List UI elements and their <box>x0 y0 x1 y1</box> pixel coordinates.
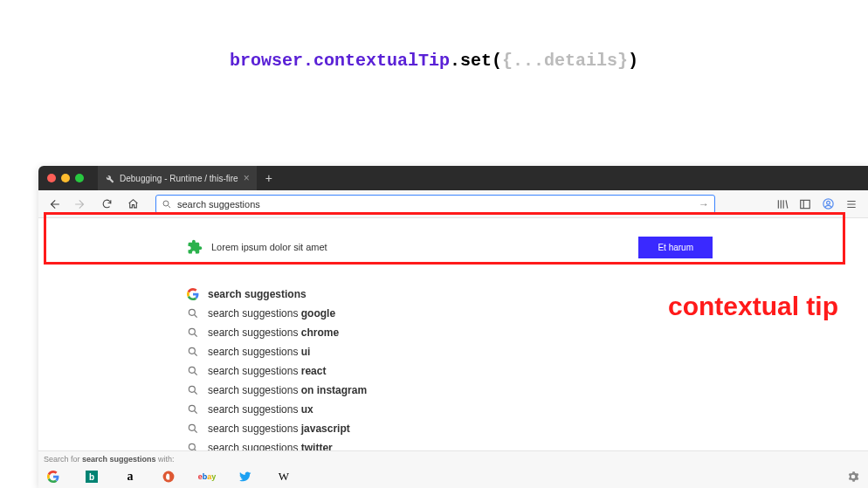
suggestion-item[interactable]: search suggestions chrome <box>187 323 868 342</box>
toolbar-right <box>776 197 861 210</box>
svg-point-11 <box>189 443 195 450</box>
engine-row: baebayW <box>38 467 868 488</box>
arrow-right-icon <box>74 198 86 210</box>
home-button[interactable] <box>124 196 141 213</box>
search-icon <box>187 423 199 435</box>
contextual-tip-text: Lorem ipsum dolor sit amet <box>211 242 327 252</box>
engine-amazon[interactable]: a <box>121 469 140 485</box>
browser-window: Debugging - Runtime / this-fire × + → <box>38 166 868 488</box>
search-icon <box>162 199 172 210</box>
forward-button[interactable] <box>72 196 89 213</box>
footer-hint: Search for search suggestions with: <box>38 451 868 467</box>
svg-point-7 <box>189 367 195 373</box>
code-snippet: browser.contextualTip.set({...details}) <box>0 0 868 71</box>
tab-title: Debugging - Runtime / this-fire <box>120 174 238 183</box>
url-input[interactable] <box>177 199 693 210</box>
search-icon <box>187 326 199 339</box>
svg-point-8 <box>189 386 195 392</box>
search-icon <box>187 346 199 358</box>
tab-strip: Debugging - Runtime / this-fire × + <box>38 166 868 190</box>
search-icon <box>187 307 199 320</box>
engine-bing[interactable]: b <box>82 469 101 485</box>
window-close-button[interactable] <box>47 174 56 182</box>
code-args: {...details} <box>502 51 628 71</box>
svg-point-0 <box>163 201 169 206</box>
extension-icon <box>187 239 203 255</box>
svg-point-5 <box>189 328 195 334</box>
window-minimize-button[interactable] <box>61 174 70 182</box>
suggestion-text: search suggestions <box>208 288 307 300</box>
google-icon <box>187 288 199 300</box>
suggestion-item[interactable]: search suggestions react <box>187 361 868 381</box>
contextual-tip-button[interactable]: Et harum <box>638 237 713 258</box>
library-icon[interactable] <box>776 198 789 210</box>
back-button[interactable] <box>45 196 63 213</box>
home-icon <box>127 198 139 210</box>
suggestion-item[interactable]: search suggestions ui <box>187 342 868 361</box>
svg-rect-1 <box>801 200 810 208</box>
search-icon <box>187 384 199 396</box>
engine-ebay[interactable]: ebay <box>197 469 217 485</box>
engine-twitter[interactable] <box>236 469 255 485</box>
svg-point-3 <box>827 201 830 204</box>
suggestion-text: search suggestions on instagram <box>208 384 367 396</box>
suggestion-text: search suggestions ui <box>208 346 310 358</box>
suggestion-text: search suggestions javascript <box>208 423 350 435</box>
footer-hint-suffix: with: <box>156 455 175 464</box>
navigation-bar: → <box>38 190 868 218</box>
sidebar-icon[interactable] <box>799 198 811 210</box>
go-arrow-icon[interactable]: → <box>699 198 709 210</box>
window-controls <box>47 174 84 182</box>
browser-tab[interactable]: Debugging - Runtime / this-fire × <box>98 166 257 190</box>
contextual-tip: Lorem ipsum dolor sit amet Et harum <box>187 230 861 264</box>
wrench-icon <box>105 174 114 183</box>
suggestion-text: search suggestions ux <box>208 403 313 416</box>
engine-duckduckgo[interactable] <box>159 469 178 485</box>
footer-hint-query: search suggestions <box>82 455 156 464</box>
suggestion-item[interactable]: search suggestions ux <box>187 400 868 419</box>
oneoff-search-footer: Search for search suggestions with: baeb… <box>38 450 868 488</box>
svg-point-9 <box>189 405 195 411</box>
svg-point-10 <box>189 424 195 430</box>
tab-close-icon[interactable]: × <box>244 172 250 184</box>
footer-hint-prefix: Search for <box>44 455 82 464</box>
arrow-left-icon <box>48 198 60 210</box>
suggestion-item[interactable]: search suggestions on instagram <box>187 381 868 400</box>
annotation-label: contextual tip <box>668 292 838 321</box>
window-maximize-button[interactable] <box>75 174 84 182</box>
code-close-paren: ) <box>628 51 638 71</box>
svg-point-4 <box>189 309 195 315</box>
account-icon[interactable] <box>822 197 835 210</box>
engine-wikipedia[interactable]: W <box>274 469 293 485</box>
search-settings-button[interactable] <box>844 469 863 485</box>
suggestion-text: search suggestions google <box>208 307 335 320</box>
suggestion-text: search suggestions chrome <box>208 326 339 339</box>
gear-icon <box>847 471 859 483</box>
suggestion-text: search suggestions react <box>208 365 326 377</box>
url-bar[interactable]: → <box>155 195 715 214</box>
menu-icon[interactable] <box>845 198 858 210</box>
reload-icon <box>101 198 113 210</box>
suggestion-item[interactable]: search suggestions javascript <box>187 419 868 438</box>
new-tab-button[interactable]: + <box>257 171 281 185</box>
engine-google[interactable] <box>44 469 63 485</box>
svg-point-6 <box>189 347 195 354</box>
search-icon <box>187 365 199 377</box>
code-open-paren: ( <box>492 51 502 71</box>
search-icon <box>187 403 199 416</box>
code-object: browser.contextualTip <box>230 51 450 71</box>
code-method: .set <box>450 51 492 71</box>
reload-button[interactable] <box>98 196 115 213</box>
